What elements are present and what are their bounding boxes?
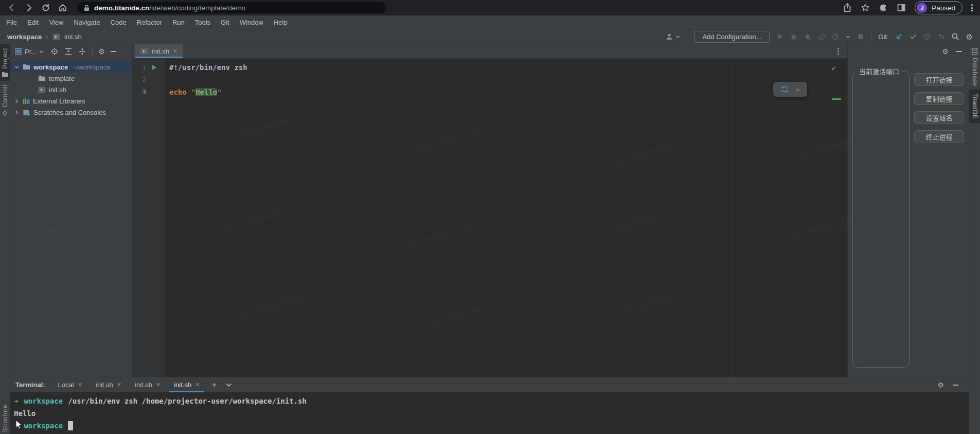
project-panel-gear-icon[interactable]: ⚙ [98, 48, 105, 55]
editor-body[interactable]: 1 2 3 #!/usr/bin/env zsh [133, 59, 847, 377]
dismiss-popup-icon[interactable]: ✕ [796, 83, 799, 96]
terminal-tab-local[interactable]: Local ✕ [51, 377, 89, 392]
menu-view[interactable]: View [44, 19, 68, 26]
code-content[interactable]: #!/usr/bin/env zsh echo"Hello" [165, 59, 247, 377]
run-options-chevron-icon[interactable] [846, 34, 850, 39]
project-users-dropdown[interactable] [665, 32, 680, 41]
right-margin-guide [733, 59, 733, 377]
menu-navigate[interactable]: Navigate [68, 19, 105, 26]
terminal-tab-label: init.sh [135, 381, 152, 389]
project-view-selector[interactable]: Pr... [15, 48, 44, 56]
settings-gear-icon[interactable]: ⚙ [966, 33, 973, 41]
menu-edit[interactable]: Edit [22, 19, 44, 26]
back-icon[interactable] [7, 3, 16, 12]
line-number: 3 [133, 86, 146, 98]
stripe-tab-titanide[interactable]: TitanIDE [969, 90, 980, 123]
run-script-play-icon[interactable] [151, 64, 157, 71]
close-tab-icon[interactable]: ✕ [195, 382, 200, 388]
terminal-tab-init-sh-2[interactable]: init.sh ✕ [128, 377, 167, 392]
tree-label: Scratches and Consoles [33, 109, 106, 116]
close-tab-icon[interactable]: ✕ [156, 382, 161, 388]
rollback-icon[interactable] [937, 33, 945, 40]
project-tree: workspace ~/workspace template init.sh [10, 59, 132, 118]
chevron-right-icon[interactable] [14, 98, 20, 104]
ports-panel-gear-icon[interactable]: ⚙ [942, 48, 949, 55]
reload-icon[interactable] [41, 3, 50, 12]
close-tab-icon[interactable]: ✕ [117, 382, 121, 388]
terminal-tab-init-sh-3[interactable]: init.sh ✕ [167, 377, 206, 392]
menu-code[interactable]: Code [105, 19, 132, 26]
menu-run[interactable]: Run [167, 19, 190, 26]
run-icon[interactable] [776, 33, 783, 40]
chevron-down-icon[interactable] [14, 64, 20, 70]
tree-row-template[interactable]: template [10, 73, 132, 84]
browser-menu-icon[interactable] [971, 4, 973, 11]
tree-row-external-libraries[interactable]: External Libraries [10, 95, 132, 107]
run-line-gutter[interactable] [146, 64, 162, 71]
search-icon[interactable] [951, 32, 959, 41]
git-update-icon[interactable] [896, 33, 903, 40]
terminal-output[interactable]: ➜ workspace /usr/bin/env zsh /home/proje… [10, 392, 969, 434]
collapse-all-icon[interactable] [78, 47, 86, 56]
inspections-ok-check-icon[interactable]: ✔ [832, 62, 836, 74]
copy-link-button[interactable]: 复制链接 [914, 92, 964, 105]
git-commit-check-icon[interactable] [910, 33, 917, 40]
address-bar[interactable]: demo.titanide.cn/ide/web/coding/template… [77, 2, 386, 13]
code-line-1: #!/usr/bin/env zsh [169, 61, 247, 74]
hide-panel-icon[interactable] [111, 51, 116, 52]
profiler-icon[interactable] [818, 33, 825, 40]
menu-git[interactable]: Git [216, 19, 235, 26]
coverage-icon[interactable] [804, 33, 811, 40]
menu-file[interactable]: File [1, 19, 22, 26]
sidebar-icon[interactable] [897, 3, 906, 12]
chevron-right-icon[interactable] [14, 110, 20, 115]
tree-row-workspace[interactable]: workspace ~/workspace [10, 61, 132, 73]
set-domain-button[interactable]: 设置域名 [914, 111, 964, 124]
sync-refresh-icon[interactable] [781, 85, 789, 93]
breadcrumb-root[interactable]: workspace [7, 33, 42, 41]
menu-window[interactable]: Window [235, 19, 269, 26]
bookmark-star-icon[interactable] [861, 3, 870, 12]
add-configuration-button[interactable]: Add Configuration... [694, 31, 770, 43]
new-terminal-tab-icon[interactable]: + [206, 377, 222, 392]
stripe-tab-structure[interactable]: Structure [0, 401, 10, 434]
stripe-tab-database[interactable]: Database [969, 44, 980, 90]
stripe-commit-label: Commit [2, 84, 9, 107]
terminal-line-1: ➜ workspace /usr/bin/env zsh /home/proje… [14, 395, 969, 407]
terminal-tab-init-sh-1[interactable]: init.sh ✕ [89, 377, 128, 392]
project-panel: Pr... ⚙ [10, 44, 133, 377]
left-tool-stripe: Project Commit Structure [0, 44, 10, 434]
close-tab-icon[interactable]: ✕ [78, 382, 82, 388]
panel-header-divider [92, 47, 93, 56]
profiler-alt-icon[interactable] [832, 33, 839, 40]
terminal-tabs-dropdown-icon[interactable] [222, 377, 236, 392]
menu-tools[interactable]: Tools [190, 19, 216, 26]
editor-options-kebab-icon[interactable] [838, 48, 839, 55]
hide-ports-panel-icon[interactable] [956, 51, 962, 52]
home-icon[interactable] [58, 3, 67, 12]
debug-bug-icon[interactable] [790, 33, 797, 40]
editor-tab-init-sh[interactable]: init.sh ✕ [135, 44, 183, 58]
kill-process-button[interactable]: 终止进程 [914, 130, 964, 143]
stripe-tab-commit[interactable]: Commit [0, 81, 10, 120]
hide-terminal-icon[interactable] [953, 385, 958, 386]
browser-profile-pill[interactable]: J Paused [915, 1, 963, 14]
open-link-button[interactable]: 打开链接 [914, 73, 964, 86]
close-tab-icon[interactable]: ✕ [173, 48, 177, 54]
stop-icon[interactable] [857, 33, 864, 40]
share-icon[interactable] [843, 3, 852, 12]
tree-row-scratches[interactable]: Scratches and Consoles [10, 107, 132, 118]
history-clock-icon[interactable] [923, 33, 931, 40]
string-quote: " [217, 88, 221, 96]
forward-icon[interactable] [24, 3, 33, 12]
terminal-gear-icon[interactable]: ⚙ [937, 381, 944, 389]
extensions-puzzle-icon[interactable] [879, 3, 888, 12]
active-tab-underline [135, 57, 183, 58]
expand-collapse-icon[interactable] [64, 47, 73, 56]
tree-row-init-sh[interactable]: init.sh [10, 84, 132, 95]
locate-file-icon[interactable] [50, 47, 59, 56]
menu-refactor[interactable]: Refactor [132, 19, 167, 26]
breadcrumb-file[interactable]: init.sh [64, 33, 82, 41]
menu-help[interactable]: Help [269, 19, 293, 26]
stripe-tab-project[interactable]: Project [0, 44, 10, 81]
